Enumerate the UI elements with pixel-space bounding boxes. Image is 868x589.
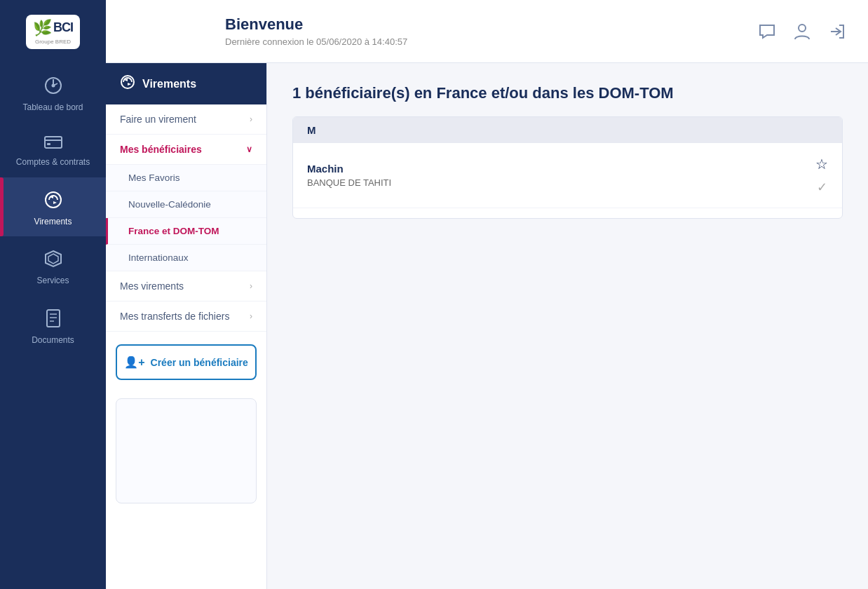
svg-point-12 xyxy=(799,25,806,32)
virements-header-icon xyxy=(120,74,135,93)
logout-icon[interactable] xyxy=(827,22,847,41)
content-area: Virements Faire un virement › Mes bénéfi… xyxy=(106,63,868,589)
beneficiary-section: M Machin BANQUE DE TAHITI ☆ ✓ xyxy=(292,116,843,219)
svg-rect-8 xyxy=(47,310,60,327)
logo-subtext: Groupe BRED xyxy=(35,39,71,45)
dashboard-icon xyxy=(43,76,63,98)
header-left: Bienvenue Dernière connexion le 05/06/20… xyxy=(225,15,407,47)
sidebar-item-services[interactable]: Services xyxy=(0,236,106,295)
chevron-right-icon-3: › xyxy=(250,311,252,321)
sidebar-label-services: Services xyxy=(36,276,69,285)
chevron-right-icon: › xyxy=(250,114,252,124)
right-panel: 1 bénéficiaire(s) en France et/ou dans l… xyxy=(267,63,868,589)
sidebar-item-comptes[interactable]: Comptes & contrats xyxy=(0,122,106,177)
main-title: 1 bénéficiaire(s) en France et/ou dans l… xyxy=(292,84,843,102)
svg-rect-6 xyxy=(47,143,50,145)
sidebar: 🌿 BCI Groupe BRED Tableau de bord xyxy=(0,0,106,589)
sidebar-item-documents[interactable]: Documents xyxy=(0,296,106,355)
menu-item-mes-beneficiaires[interactable]: Mes bénéficiaires ∨ xyxy=(106,135,266,165)
beneficiary-name: Machin xyxy=(307,163,391,175)
beneficiary-info: Machin BANQUE DE TAHITI xyxy=(307,163,391,188)
svg-point-7 xyxy=(46,192,61,208)
left-panel-header: Virements xyxy=(106,63,266,104)
add-user-icon: 👤+ xyxy=(124,356,144,369)
submenu-item-france-dom-tom[interactable]: France et DOM-TOM xyxy=(106,218,266,245)
services-icon xyxy=(43,249,63,271)
beneficiary-row: Machin BANQUE DE TAHITI ☆ ✓ xyxy=(293,143,842,208)
section-footer xyxy=(293,208,842,218)
check-circle-icon[interactable]: ✓ xyxy=(817,180,827,195)
sidebar-item-virements[interactable]: Virements xyxy=(0,177,106,236)
beneficiary-actions: ☆ ✓ xyxy=(815,156,828,195)
page-title: Bienvenue xyxy=(225,15,407,34)
comptes-icon xyxy=(43,135,63,153)
logo-area: 🌿 BCI Groupe BRED xyxy=(0,0,106,63)
last-login: Dernière connexion le 05/06/2020 à 14:40… xyxy=(225,36,407,47)
star-icon[interactable]: ☆ xyxy=(815,156,828,172)
menu-item-mes-virements[interactable]: Mes virements › xyxy=(106,271,266,302)
sidebar-item-tableau-de-bord[interactable]: Tableau de bord xyxy=(0,63,106,122)
section-letter-m: M xyxy=(293,117,842,143)
user-icon[interactable] xyxy=(792,22,812,41)
documents-icon xyxy=(45,309,62,331)
active-bar xyxy=(0,177,4,236)
virements-icon xyxy=(43,190,63,212)
left-panel-bottom-box xyxy=(116,398,257,503)
submenu-beneficiaires: Mes Favoris Nouvelle-Calédonie France et… xyxy=(106,165,266,271)
chevron-right-icon-2: › xyxy=(250,281,252,291)
logo-leaf-icon: 🌿 xyxy=(33,19,52,37)
beneficiary-bank: BANQUE DE TAHITI xyxy=(307,177,391,188)
menu-item-faire-virement[interactable]: Faire un virement › xyxy=(106,104,266,135)
menu-item-transferts[interactable]: Mes transferts de fichiers › xyxy=(106,302,266,332)
chevron-down-icon: ∨ xyxy=(246,144,252,154)
submenu-item-nouvelle-caledonie[interactable]: Nouvelle-Calédonie xyxy=(106,191,266,218)
message-icon[interactable] xyxy=(757,22,777,41)
sidebar-label-comptes: Comptes & contrats xyxy=(16,157,90,167)
sidebar-label-documents: Documents xyxy=(32,335,74,345)
sidebar-label-tableau: Tableau de bord xyxy=(22,102,83,112)
create-beneficiaire-button[interactable]: 👤+ Créer un bénéficiaire xyxy=(116,344,257,380)
left-panel-title: Virements xyxy=(142,78,196,90)
sidebar-label-virements: Virements xyxy=(34,217,72,226)
svg-rect-4 xyxy=(45,137,62,148)
header-icons xyxy=(757,22,847,41)
logo-text: BCI xyxy=(53,20,73,35)
submenu-item-favoris[interactable]: Mes Favoris xyxy=(106,165,266,191)
left-panel: Virements Faire un virement › Mes bénéfi… xyxy=(106,63,267,589)
top-header: Bienvenue Dernière connexion le 05/06/20… xyxy=(106,0,868,63)
logo-box: 🌿 BCI Groupe BRED xyxy=(26,15,80,49)
submenu-item-internationaux[interactable]: Internationaux xyxy=(106,245,266,271)
